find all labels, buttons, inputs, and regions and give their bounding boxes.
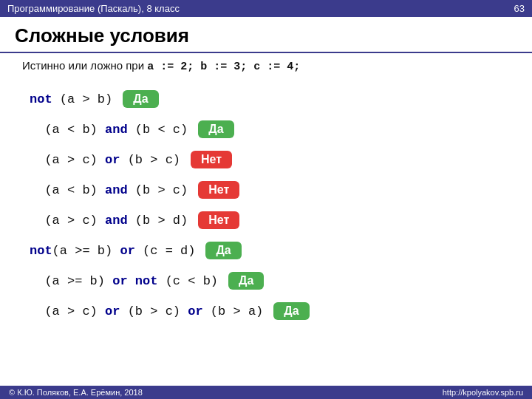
badge-1: Да <box>123 90 158 108</box>
expr-text-3: (a > c) or (b > c) <box>30 153 180 167</box>
expr-text-8: (a > c) or (b > c) or (b > a) <box>30 304 263 318</box>
footer-right: http://kpolyakov.spb.ru <box>443 388 523 397</box>
expr-row-7: (a >= b) or not (c < b) Да <box>30 267 502 294</box>
badge-8: Да <box>273 302 309 320</box>
expr-row-5: (a > c) and (b > d) Нет <box>30 207 502 233</box>
page-number: 63 <box>514 3 525 14</box>
expressions-content: not (a > b) Да (a < b) and (b < c) Да (a… <box>0 79 532 331</box>
header-bar: Программирование (Паскаль), 8 класс 63 <box>0 0 532 17</box>
footer-left: © К.Ю. Поляков, Е.А. Ерёмин, 2018 <box>9 388 143 397</box>
expr-row-6: not(a >= b) or (c = d) Да <box>30 237 502 264</box>
expr-text-5: (a > c) and (b > d) <box>30 214 188 228</box>
badge-5: Нет <box>198 211 239 229</box>
badge-7: Да <box>228 272 264 290</box>
expr-row-4: (a < b) and (b > c) Нет <box>30 177 502 203</box>
badge-3: Нет <box>191 151 232 168</box>
badge-6: Да <box>205 242 241 259</box>
expr-row-8: (a > c) or (b > c) or (b > a) Да <box>30 298 502 324</box>
badge-4: Нет <box>198 181 239 199</box>
expr-text-4: (a < b) and (b > c) <box>30 183 188 197</box>
expr-row-1: not (a > b) Да <box>30 86 502 112</box>
slide-title: Сложные условия <box>0 17 532 53</box>
badge-2: Да <box>198 120 233 138</box>
subtitle-line: Истинно или ложно при a := 2; b := 3; c … <box>0 53 532 79</box>
expr-text-6: not(a >= b) or (c = d) <box>30 244 195 258</box>
footer-bar: © К.Ю. Поляков, Е.А. Ерёмин, 2018 http:/… <box>0 386 532 399</box>
expr-text-1: not (a > b) <box>30 92 112 106</box>
expr-text-7: (a >= b) or not (c < b) <box>30 274 218 288</box>
expr-row-3: (a > c) or (b > c) Нет <box>30 146 502 173</box>
header-title: Программирование (Паскаль), 8 класс <box>7 3 180 14</box>
expr-text-2: (a < b) and (b < c) <box>30 123 188 137</box>
expr-row-2: (a < b) and (b < c) Да <box>30 116 502 143</box>
